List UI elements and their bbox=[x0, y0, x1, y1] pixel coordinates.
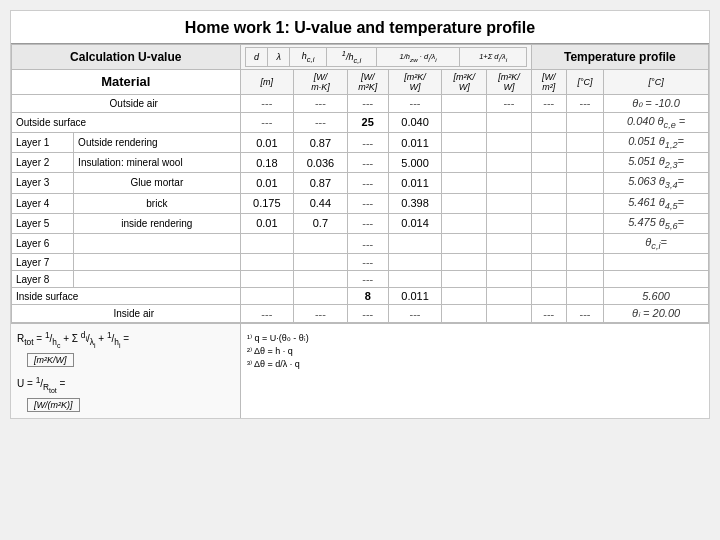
col-inv-hc: [m²K/W] bbox=[388, 69, 442, 94]
note-3: ³⁾ Δθ = d/λ · q bbox=[247, 359, 703, 369]
table-row: Layer 2 Insulation: mineral wool 0.18 0.… bbox=[12, 153, 709, 173]
formula-section: Rtot = 1/hc + Σ di/λi + 1/hi = [m²K/W] U… bbox=[11, 324, 241, 418]
col-hc: [W/m²K] bbox=[347, 69, 388, 94]
table-row: Layer 7 --- bbox=[12, 254, 709, 271]
material-header: Material bbox=[12, 69, 241, 94]
col-theta: [°C] bbox=[604, 69, 709, 94]
col-sum: [m²K/W] bbox=[487, 69, 532, 94]
table-row: Inside surface 8 0.011 5.600 bbox=[12, 288, 709, 305]
calculation-section-header: Calculation U-value bbox=[12, 45, 241, 70]
table-row: Layer 1 Outside rendering 0.01 0.87 --- … bbox=[12, 132, 709, 152]
formula-u: U = 1/Rtot = bbox=[17, 375, 234, 394]
col-delta: [°C] bbox=[566, 69, 604, 94]
col-bzw: [m²K/W] bbox=[442, 69, 487, 94]
table-row: Outside air --- --- --- --- --- --- --- … bbox=[12, 94, 709, 112]
col-q: [W/m²] bbox=[531, 69, 566, 94]
table-row: Layer 6 --- θc,i= bbox=[12, 233, 709, 253]
col-headers-row: d λ hc,i 1/hc,i 1/hzw · di/λi 1+Σ di/λi bbox=[240, 45, 531, 70]
temperature-section-header: Temperature profile bbox=[531, 45, 708, 70]
col-lambda: [W/m·K] bbox=[294, 69, 348, 94]
note-2: ²⁾ Δθ = h · q bbox=[247, 346, 703, 356]
table-row: Inside air --- --- --- --- --- --- θᵢ = … bbox=[12, 305, 709, 323]
table-row: Layer 5 inside rendering 0.01 0.7 --- 0.… bbox=[12, 213, 709, 233]
note-1: ¹⁾ q = U·(θ₀ - θᵢ) bbox=[247, 333, 703, 343]
table-row: Layer 4 brick 0.175 0.44 --- 0.398 5.461… bbox=[12, 193, 709, 213]
notes-section: ¹⁾ q = U·(θ₀ - θᵢ) ²⁾ Δθ = h · q ³⁾ Δθ =… bbox=[241, 324, 709, 418]
formula-r: Rtot = 1/hc + Σ di/λi + 1/hi = bbox=[17, 330, 234, 349]
page-title: Home work 1: U-value and temperature pro… bbox=[11, 11, 709, 44]
table-row: Layer 8 --- bbox=[12, 271, 709, 288]
formula-r-units: [m²K/W] bbox=[27, 353, 74, 367]
table-row: Layer 3 Glue mortar 0.01 0.87 --- 0.011 … bbox=[12, 173, 709, 193]
col-d: [m] bbox=[240, 69, 294, 94]
formula-u-units: [W/(m²K)] bbox=[27, 398, 80, 412]
table-row: Outside surface --- --- 25 0.040 0.040 θ… bbox=[12, 112, 709, 132]
